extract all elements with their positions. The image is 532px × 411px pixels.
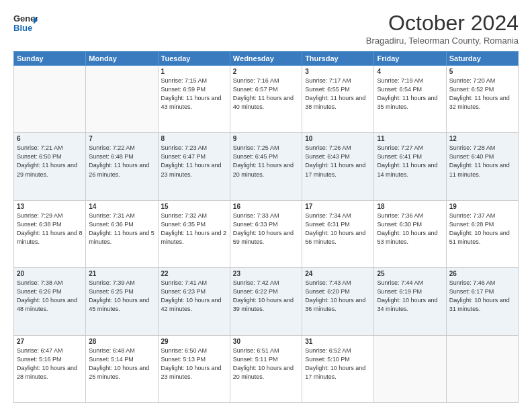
calendar-cell — [86, 66, 158, 133]
day-number: 19 — [449, 203, 515, 210]
day-number: 31 — [305, 338, 371, 345]
day-info: Sunrise: 7:29 AMSunset: 6:38 PMDaylight:… — [17, 212, 83, 246]
day-info: Sunrise: 7:41 AMSunset: 6:23 PMDaylight:… — [161, 279, 227, 314]
calendar-header-thursday: Thursday — [302, 52, 374, 66]
calendar-cell: 1Sunrise: 7:15 AMSunset: 6:59 PMDaylight… — [158, 66, 230, 133]
calendar-cell: 28Sunrise: 6:48 AMSunset: 5:14 PMDayligh… — [86, 335, 158, 402]
calendar-cell: 16Sunrise: 7:33 AMSunset: 6:33 PMDayligh… — [230, 200, 302, 267]
calendar-cell: 30Sunrise: 6:51 AMSunset: 5:11 PMDayligh… — [230, 335, 302, 402]
day-number: 29 — [161, 338, 227, 345]
calendar-cell: 5Sunrise: 7:20 AMSunset: 6:52 PMDaylight… — [446, 66, 518, 133]
calendar-cell: 31Sunrise: 6:52 AMSunset: 5:10 PMDayligh… — [302, 335, 374, 402]
day-info: Sunrise: 7:36 AMSunset: 6:30 PMDaylight:… — [377, 212, 443, 246]
day-info: Sunrise: 7:32 AMSunset: 6:35 PMDaylight:… — [161, 212, 227, 246]
calendar-cell: 14Sunrise: 7:31 AMSunset: 6:36 PMDayligh… — [86, 200, 158, 267]
calendar-cell: 21Sunrise: 7:39 AMSunset: 6:25 PMDayligh… — [86, 268, 158, 335]
calendar-cell: 18Sunrise: 7:36 AMSunset: 6:30 PMDayligh… — [374, 200, 446, 267]
day-number: 26 — [449, 270, 515, 277]
calendar-cell: 7Sunrise: 7:22 AMSunset: 6:48 PMDaylight… — [86, 133, 158, 200]
day-info: Sunrise: 7:33 AMSunset: 6:33 PMDaylight:… — [233, 212, 299, 246]
calendar-cell: 29Sunrise: 6:50 AMSunset: 5:13 PMDayligh… — [158, 335, 230, 402]
day-number: 22 — [161, 270, 227, 277]
day-info: Sunrise: 7:34 AMSunset: 6:31 PMDaylight:… — [305, 212, 371, 246]
day-info: Sunrise: 7:31 AMSunset: 6:36 PMDaylight:… — [89, 212, 154, 246]
calendar-header-monday: Monday — [86, 52, 158, 66]
calendar-cell — [446, 335, 518, 402]
day-info: Sunrise: 7:17 AMSunset: 6:55 PMDaylight:… — [305, 77, 371, 111]
day-number: 15 — [161, 203, 227, 210]
calendar-cell: 20Sunrise: 7:38 AMSunset: 6:26 PMDayligh… — [14, 268, 86, 335]
day-info: Sunrise: 7:20 AMSunset: 6:52 PMDaylight:… — [449, 77, 515, 111]
day-info: Sunrise: 6:50 AMSunset: 5:13 PMDaylight:… — [161, 347, 227, 381]
day-info: Sunrise: 7:42 AMSunset: 6:22 PMDaylight:… — [233, 279, 299, 314]
day-info: Sunrise: 6:48 AMSunset: 5:14 PMDaylight:… — [89, 347, 154, 381]
day-number: 11 — [377, 135, 443, 142]
day-info: Sunrise: 7:38 AMSunset: 6:26 PMDaylight:… — [17, 279, 83, 314]
svg-text:Blue: Blue — [13, 23, 32, 33]
calendar-cell: 27Sunrise: 6:47 AMSunset: 5:16 PMDayligh… — [14, 335, 86, 402]
day-number: 3 — [305, 68, 371, 75]
day-number: 8 — [161, 135, 227, 142]
calendar-cell: 12Sunrise: 7:28 AMSunset: 6:40 PMDayligh… — [446, 133, 518, 200]
day-info: Sunrise: 7:43 AMSunset: 6:20 PMDaylight:… — [305, 279, 371, 314]
day-info: Sunrise: 6:52 AMSunset: 5:10 PMDaylight:… — [305, 347, 371, 381]
day-info: Sunrise: 7:16 AMSunset: 6:57 PMDaylight:… — [233, 77, 299, 111]
day-number: 25 — [377, 270, 443, 277]
day-info: Sunrise: 7:22 AMSunset: 6:48 PMDaylight:… — [89, 144, 154, 179]
day-info: Sunrise: 6:51 AMSunset: 5:11 PMDaylight:… — [233, 347, 299, 381]
day-number: 6 — [17, 135, 83, 142]
logo: General Blue — [13, 11, 38, 38]
day-number: 4 — [377, 68, 443, 75]
calendar-header-sunday: Sunday — [14, 52, 86, 66]
day-info: Sunrise: 7:25 AMSunset: 6:45 PMDaylight:… — [233, 144, 299, 179]
calendar-cell: 22Sunrise: 7:41 AMSunset: 6:23 PMDayligh… — [158, 268, 230, 335]
calendar-cell: 26Sunrise: 7:46 AMSunset: 6:17 PMDayligh… — [446, 268, 518, 335]
calendar-week-row: 6Sunrise: 7:21 AMSunset: 6:50 PMDaylight… — [14, 133, 519, 200]
day-number: 7 — [89, 135, 154, 142]
calendar-cell: 15Sunrise: 7:32 AMSunset: 6:35 PMDayligh… — [158, 200, 230, 267]
day-info: Sunrise: 7:28 AMSunset: 6:40 PMDaylight:… — [449, 144, 515, 179]
calendar-header-wednesday: Wednesday — [230, 52, 302, 66]
day-number: 14 — [89, 203, 154, 210]
day-info: Sunrise: 7:26 AMSunset: 6:43 PMDaylight:… — [305, 144, 371, 179]
day-number: 5 — [449, 68, 515, 75]
calendar-header-saturday: Saturday — [446, 52, 518, 66]
day-number: 21 — [89, 270, 154, 277]
day-info: Sunrise: 7:39 AMSunset: 6:25 PMDaylight:… — [89, 279, 154, 314]
day-number: 27 — [17, 338, 83, 345]
day-number: 24 — [305, 270, 371, 277]
page: General Blue October 2024 Bragadiru, Tel… — [0, 0, 532, 411]
calendar-table: SundayMondayTuesdayWednesdayThursdayFrid… — [13, 51, 519, 403]
day-info: Sunrise: 7:27 AMSunset: 6:41 PMDaylight:… — [377, 144, 443, 179]
calendar-cell: 6Sunrise: 7:21 AMSunset: 6:50 PMDaylight… — [14, 133, 86, 200]
calendar-cell: 3Sunrise: 7:17 AMSunset: 6:55 PMDaylight… — [302, 66, 374, 133]
day-info: Sunrise: 7:37 AMSunset: 6:28 PMDaylight:… — [449, 212, 515, 246]
day-number: 23 — [233, 270, 299, 277]
day-info: Sunrise: 7:19 AMSunset: 6:54 PMDaylight:… — [377, 77, 443, 111]
calendar-cell: 4Sunrise: 7:19 AMSunset: 6:54 PMDaylight… — [374, 66, 446, 133]
calendar-week-row: 1Sunrise: 7:15 AMSunset: 6:59 PMDaylight… — [14, 66, 519, 133]
calendar-cell: 25Sunrise: 7:44 AMSunset: 6:19 PMDayligh… — [374, 268, 446, 335]
calendar-cell: 23Sunrise: 7:42 AMSunset: 6:22 PMDayligh… — [230, 268, 302, 335]
month-title: October 2024 — [366, 11, 519, 36]
day-info: Sunrise: 6:47 AMSunset: 5:16 PMDaylight:… — [17, 347, 83, 381]
day-number: 17 — [305, 203, 371, 210]
day-number: 2 — [233, 68, 299, 75]
calendar-header-friday: Friday — [374, 52, 446, 66]
day-number: 16 — [233, 203, 299, 210]
calendar-week-row: 13Sunrise: 7:29 AMSunset: 6:38 PMDayligh… — [14, 200, 519, 267]
day-info: Sunrise: 7:46 AMSunset: 6:17 PMDaylight:… — [449, 279, 515, 314]
header: General Blue October 2024 Bragadiru, Tel… — [13, 11, 519, 46]
day-number: 1 — [161, 68, 227, 75]
calendar-cell: 9Sunrise: 7:25 AMSunset: 6:45 PMDaylight… — [230, 133, 302, 200]
calendar-cell: 10Sunrise: 7:26 AMSunset: 6:43 PMDayligh… — [302, 133, 374, 200]
calendar-cell: 19Sunrise: 7:37 AMSunset: 6:28 PMDayligh… — [446, 200, 518, 267]
calendar-cell: 11Sunrise: 7:27 AMSunset: 6:41 PMDayligh… — [374, 133, 446, 200]
calendar-header-tuesday: Tuesday — [158, 52, 230, 66]
calendar-cell — [374, 335, 446, 402]
day-number: 10 — [305, 135, 371, 142]
title-area: October 2024 Bragadiru, Teleorman County… — [366, 11, 519, 46]
day-number: 20 — [17, 270, 83, 277]
calendar-cell: 17Sunrise: 7:34 AMSunset: 6:31 PMDayligh… — [302, 200, 374, 267]
calendar-cell: 8Sunrise: 7:23 AMSunset: 6:47 PMDaylight… — [158, 133, 230, 200]
